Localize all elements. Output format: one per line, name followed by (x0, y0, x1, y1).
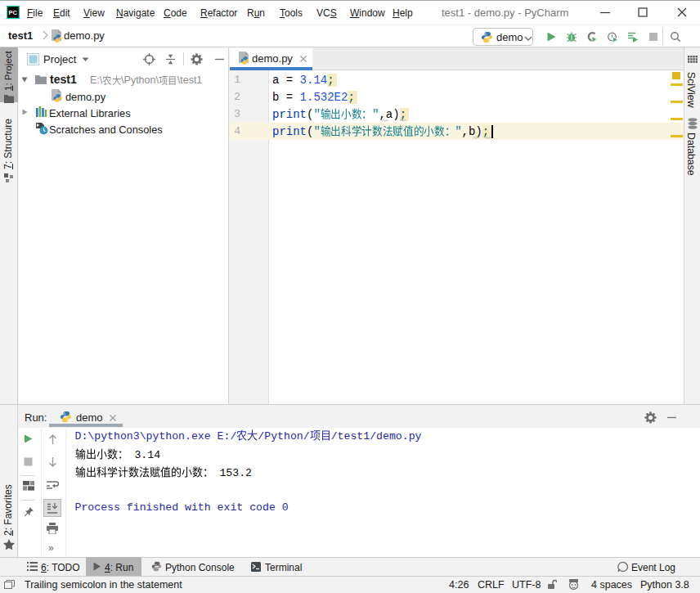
svg-text:PC: PC (8, 9, 17, 16)
